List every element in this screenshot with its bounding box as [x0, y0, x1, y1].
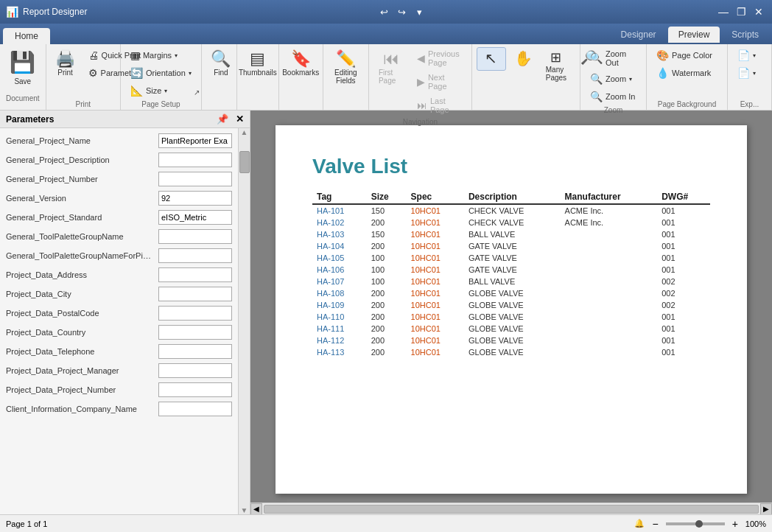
table-cell: 001	[657, 217, 710, 228]
h-scroll-right-arrow[interactable]: ▶	[760, 503, 772, 515]
h-scroll-left-arrow[interactable]: ◀	[250, 503, 262, 515]
last-page-button[interactable]: ⏭ Last Page	[412, 94, 467, 116]
zoom-group-label: Zoom	[585, 105, 642, 116]
zoom-group-content: 🔍 Zoom Out 🔍 Zoom ▾ 🔍 Zoom In	[585, 47, 642, 105]
preview-area: Valve List TagSizeSpecDescriptionManufac…	[250, 111, 772, 514]
bookmarks-group-content: 🔖 Bookmarks	[284, 47, 318, 107]
export-doc-button[interactable]: 📄 ▾	[732, 65, 761, 81]
tab-designer[interactable]: Designer	[611, 27, 667, 43]
table-cell: BALL VALVE	[464, 228, 561, 240]
margins-button[interactable]: ▦ Margins ▾	[125, 47, 197, 63]
horizontal-scrollbar[interactable]: ◀ ▶	[250, 503, 772, 514]
close-button[interactable]: ✕	[751, 4, 766, 19]
h-scroll-thumb[interactable]	[264, 505, 759, 514]
param-value-input[interactable]	[158, 344, 232, 359]
first-page-button[interactable]: ⏮ First Page	[373, 47, 409, 88]
param-value-input[interactable]	[158, 229, 232, 244]
param-row: General_Project_Name	[0, 131, 238, 150]
scroll-down-arrow[interactable]: ▼	[239, 506, 250, 514]
print-button[interactable]: 🖨️ Print	[51, 47, 80, 80]
first-page-label: First Page	[379, 69, 404, 85]
many-pages-button[interactable]: ⊞ Many Pages	[541, 47, 571, 85]
tab-scripts[interactable]: Scripts	[721, 27, 769, 43]
param-value-input[interactable]	[158, 210, 232, 225]
page-setup-expand-icon[interactable]: ↗	[194, 88, 200, 97]
find-button[interactable]: 🔍 Find	[206, 47, 236, 80]
next-page-button[interactable]: ▶ Next Page	[412, 71, 467, 93]
param-value-input[interactable]	[158, 325, 232, 340]
table-row: HA-11120010HC01GLOBE VALVE001	[312, 323, 710, 335]
tab-preview[interactable]: Preview	[668, 27, 720, 43]
tag-cell: HA-113	[312, 346, 367, 358]
param-value-input[interactable]	[158, 287, 232, 301]
parameters-body[interactable]: General_Project_NameGeneral_Project_Desc…	[0, 128, 238, 514]
table-cell: 200	[367, 323, 407, 335]
export-pdf-button[interactable]: 📄 ▾	[732, 47, 761, 63]
zoom-out-icon: 🔍	[590, 52, 603, 64]
param-row: Project_Data_City	[0, 284, 238, 304]
page-color-button[interactable]: 🎨 Page Color	[651, 47, 717, 63]
previous-page-button[interactable]: ◀ Previous Page	[412, 47, 467, 69]
param-value-input[interactable]	[158, 363, 232, 378]
scroll-up-arrow[interactable]: ▲	[239, 128, 250, 136]
watermark-icon: 💧	[656, 67, 669, 79]
minimize-button[interactable]: —	[716, 4, 731, 19]
param-value-input[interactable]	[158, 402, 232, 416]
param-value-input[interactable]	[158, 153, 232, 167]
hand-button[interactable]: ✋	[509, 47, 538, 71]
size-button[interactable]: 📐 Size ▾	[125, 83, 197, 99]
zoom-in-button[interactable]: 🔍 Zoom In	[585, 88, 642, 105]
table-cell: GATE VALVE	[464, 252, 561, 264]
print-group-label: Print	[51, 99, 116, 110]
param-value-input[interactable]	[158, 267, 232, 282]
params-scrollbar[interactable]: ▲ ▼	[238, 128, 250, 514]
restore-button[interactable]: ❐	[734, 4, 748, 19]
orientation-button[interactable]: 🔄 Orientation ▾	[125, 65, 197, 81]
table-cell	[561, 335, 658, 346]
param-value-input[interactable]	[158, 382, 232, 397]
cursor-button[interactable]: ↖	[477, 47, 506, 71]
size-icon: 📐	[130, 85, 143, 97]
tag-cell: HA-104	[312, 240, 367, 252]
table-cell: 100	[367, 264, 407, 276]
bell-icon[interactable]: 🔔	[634, 519, 645, 528]
zoom-dropdown-button[interactable]: 🔍 Zoom ▾	[585, 71, 642, 87]
param-value-input[interactable]	[158, 248, 232, 263]
zoom-out-button[interactable]: 🔍 Zoom Out	[585, 47, 642, 69]
params-close-icon[interactable]: ✕	[236, 113, 244, 125]
param-value-input[interactable]	[158, 172, 232, 186]
table-cell	[561, 276, 658, 287]
ribbon-group-editing: ✏️ Editing Fields	[323, 44, 369, 110]
preview-scroll[interactable]: Valve List TagSizeSpecDescriptionManufac…	[250, 111, 772, 503]
table-cell	[561, 323, 658, 335]
save-icon[interactable]: 💾	[10, 50, 35, 74]
bookmarks-button[interactable]: 🔖 Bookmarks	[284, 47, 318, 80]
table-cell: CHECK VALVE	[464, 204, 561, 217]
tab-home[interactable]: Home	[3, 28, 50, 44]
editing-button[interactable]: ✏️ Editing Fields	[328, 47, 364, 88]
param-value-input[interactable]	[158, 133, 232, 148]
param-label: General_Version	[6, 194, 154, 203]
zoom-slider[interactable]	[666, 522, 725, 525]
thumbnails-group-content: ▤ Thumbnails	[242, 47, 274, 107]
export-doc-dropdown: ▾	[753, 70, 756, 77]
pin-icon[interactable]: 📌	[217, 113, 228, 125]
tag-cell: HA-107	[312, 276, 367, 287]
param-value-input[interactable]	[158, 306, 232, 321]
table-cell: 200	[367, 217, 407, 228]
thumbnails-button[interactable]: ▤ Thumbnails	[242, 47, 274, 80]
watermark-button[interactable]: 💧 Watermark	[651, 65, 717, 81]
scroll-thumb[interactable]	[239, 151, 250, 173]
undo-button[interactable]: ↩	[376, 4, 391, 19]
redo-button[interactable]: ↪	[394, 4, 409, 19]
zoom-minus-button[interactable]: −	[649, 518, 661, 530]
quick-access-dropdown[interactable]: ▾	[412, 4, 427, 19]
zoom-level: 100%	[745, 519, 766, 528]
table-header-cell: Tag	[312, 190, 367, 204]
ribbon-group-document: 💾 Save Document	[0, 44, 46, 110]
zoom-plus-button[interactable]: +	[729, 518, 741, 530]
param-value-input[interactable]	[158, 191, 232, 206]
zoom-in-label: Zoom In	[606, 92, 635, 101]
table-cell	[561, 264, 658, 276]
table-cell: CHECK VALVE	[464, 217, 561, 228]
